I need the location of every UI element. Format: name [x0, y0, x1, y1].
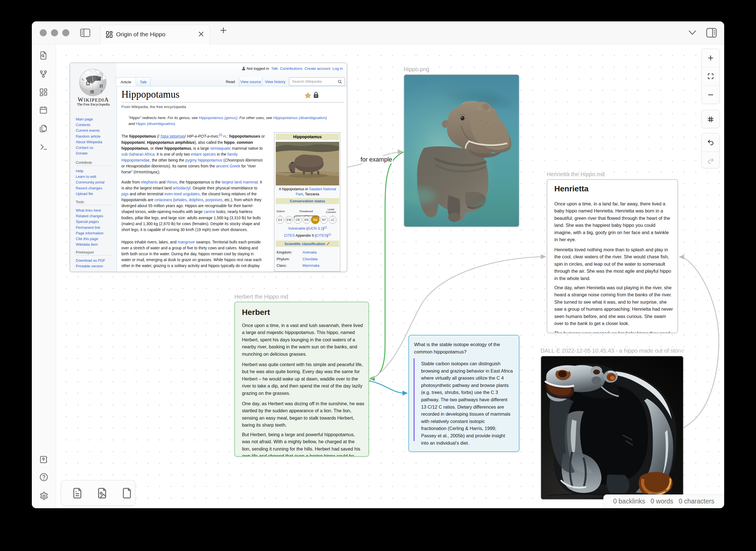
- svg-text:CR: CR: [295, 218, 300, 221]
- svg-text:ち: ち: [81, 78, 84, 81]
- svg-text:EW: EW: [287, 218, 291, 221]
- svg-text:LC: LC: [331, 218, 335, 221]
- svg-text:維: 維: [90, 89, 94, 94]
- svg-text:EX: EX: [278, 218, 282, 221]
- svg-text:7: 7: [100, 90, 102, 94]
- svg-text:EN: EN: [304, 218, 309, 221]
- svg-text:W: W: [96, 76, 101, 82]
- svg-text:Ω: Ω: [86, 80, 90, 86]
- svg-text:NT: NT: [322, 218, 326, 221]
- svg-text:И: И: [99, 83, 103, 89]
- svg-text:VU: VU: [313, 218, 317, 221]
